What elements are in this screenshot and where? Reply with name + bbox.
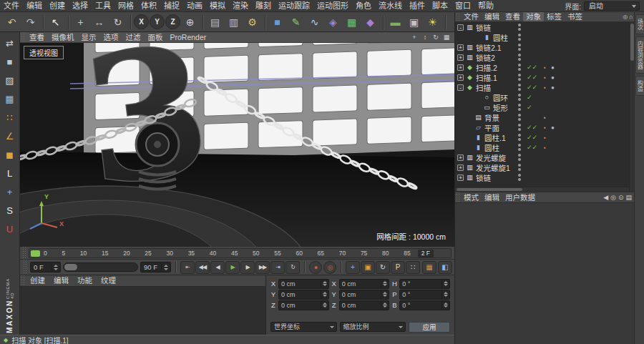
stepper-icon[interactable] [321, 290, 328, 299]
undo-icon[interactable]: ↶ [3, 14, 21, 31]
visibility-dots-icon[interactable] [518, 164, 521, 167]
visibility-dots-icon[interactable] [518, 174, 521, 177]
stepper-icon[interactable] [51, 262, 60, 272]
viewport-menu-item[interactable]: 摄像机 [48, 32, 78, 43]
object-name[interactable]: 扫描.1 [476, 72, 497, 83]
workplane-icon[interactable]: ▦ [1, 90, 19, 107]
playhead[interactable] [31, 250, 40, 257]
enable-check-icons[interactable]: ✓✓ [527, 134, 537, 141]
expand-toggle-icon[interactable]: + [457, 164, 464, 171]
rotate-tool-icon[interactable]: ↻ [109, 14, 127, 31]
visibility-dots-icon[interactable] [518, 134, 521, 137]
expand-toggle-icon[interactable]: - [457, 24, 464, 31]
size-field[interactable]: 0 cm [339, 300, 390, 310]
autokey-button[interactable]: ◎ [323, 261, 336, 274]
subdivision-surface-button[interactable]: ◈ [324, 14, 342, 31]
object-row[interactable]: + ◆ 扫描.2 ✓✓ ▪ ● [455, 62, 635, 72]
prev-frame-button[interactable]: ◀ [210, 261, 225, 274]
convert-object-icon[interactable]: ⇄ [1, 34, 19, 51]
key-position-button[interactable]: + [346, 261, 360, 274]
timeline-range-slider[interactable] [63, 262, 138, 272]
coordinate-system-button[interactable]: ⊕ [181, 14, 199, 31]
visibility-dots-icon[interactable] [518, 54, 521, 56]
object-tag-icon[interactable]: ▪ [544, 124, 546, 131]
redo-icon[interactable]: ↷ [21, 14, 39, 31]
stepper-icon[interactable] [381, 301, 389, 310]
viewport-menu-item[interactable]: 过滤 [122, 32, 145, 43]
menubar-item[interactable]: 选择 [69, 0, 92, 12]
keyframe-palette-button[interactable]: ▦ [422, 261, 436, 274]
prev-key-button[interactable]: ◀◀ [195, 261, 210, 274]
expand-toggle-icon[interactable]: + [457, 154, 464, 161]
object-name[interactable]: 锁链2.1 [476, 42, 502, 53]
object-row[interactable]: ▮ 圆柱 [455, 32, 635, 42]
om-home-icon[interactable]: ⌂ [629, 14, 633, 20]
next-frame-button[interactable]: ▶ [240, 261, 255, 274]
next-key-button[interactable]: ▶▶ [255, 261, 270, 274]
object-name[interactable]: 圆环 [493, 92, 508, 103]
visibility-dots-icon[interactable] [518, 104, 521, 107]
edge-mode-icon[interactable]: ∠ [1, 127, 19, 144]
om-search-icon[interactable]: ◎ [623, 14, 628, 20]
object-row[interactable]: ▮ 圆柱.1 ✓✓ ▪ [455, 132, 635, 142]
enable-axis-icon[interactable]: + [1, 183, 19, 200]
stepper-icon[interactable] [321, 280, 328, 288]
timeline-mode-button[interactable]: ◧ [438, 261, 452, 274]
object-tag-icon[interactable]: ● [551, 84, 555, 91]
object-name[interactable]: 平面 [484, 122, 499, 133]
position-field[interactable]: 0 cm [278, 279, 329, 289]
point-mode-icon[interactable]: ∷ [1, 109, 19, 126]
viewport-pan-icon[interactable]: + [410, 34, 419, 41]
expand-toggle-icon[interactable]: + [457, 44, 464, 51]
snap-icon[interactable]: U [1, 220, 19, 237]
object-row[interactable]: + ▥ 锁链2 [455, 52, 635, 62]
enable-check-icons[interactable]: ✓✓ [527, 144, 537, 151]
history-back-icon[interactable]: ◀ [603, 194, 608, 201]
viewport-menu-item[interactable]: 显示 [78, 32, 100, 43]
object-tag-icon[interactable]: ▪ [544, 114, 546, 121]
key-parameter-button[interactable]: P [391, 261, 405, 274]
key-scale-button[interactable]: ▣ [361, 261, 375, 274]
transfer-mode-dropdown[interactable]: 缩放比例 [340, 322, 406, 332]
menubar-item[interactable]: 动画 [183, 0, 206, 12]
enable-check-icons[interactable]: ✓✓ [527, 64, 537, 71]
expand-toggle-icon[interactable]: + [457, 64, 464, 71]
object-row[interactable]: + ▥ 锁链2.1 [455, 42, 635, 52]
object-name[interactable]: 扫描 [476, 82, 491, 93]
object-name[interactable]: 圆柱.1 [484, 132, 506, 143]
visibility-dots-icon[interactable] [518, 44, 521, 46]
viewport-menu-item[interactable]: 选项 [100, 32, 122, 43]
viewport-menu-item[interactable]: 面板 [145, 32, 167, 43]
menubar-item[interactable]: 窗口 [452, 0, 474, 12]
object-manager-menu-item[interactable]: 书签 [565, 11, 585, 21]
object-tree[interactable]: - ▥ 锁链 ▮ 圆柱 [455, 22, 635, 192]
visibility-dots-icon[interactable] [518, 74, 521, 77]
dock-tab[interactable]: 内容浏览器 [635, 36, 644, 74]
menubar-item[interactable]: 流水线 [375, 0, 406, 12]
render-picture-viewer-button[interactable]: ▥ [225, 14, 243, 31]
object-name[interactable]: 圆柱 [493, 32, 508, 43]
object-row[interactable]: - ▥ 锁链 [455, 22, 635, 32]
object-row[interactable]: - ◆ 扫描 ✓✓ ▪ ● [455, 82, 635, 92]
z-axis-lock-button[interactable]: Z [165, 14, 180, 29]
goto-start-button[interactable]: ⇤ [180, 261, 195, 274]
menubar-item[interactable]: 角色 [352, 0, 375, 12]
panel-grip[interactable] [455, 192, 459, 202]
solo-mode-icon[interactable]: S [1, 202, 19, 219]
menubar-item[interactable]: 文件 [0, 0, 23, 12]
menubar-item[interactable]: 模拟 [206, 0, 229, 12]
object-tag-icon[interactable]: ▪ [544, 144, 546, 151]
lock-icon[interactable]: ⊙ [618, 194, 624, 201]
visibility-dots-icon[interactable] [518, 84, 521, 87]
visibility-dots-icon[interactable] [518, 154, 521, 157]
object-row[interactable]: ▮ 圆柱 ✓✓ ▪ [455, 142, 635, 152]
object-name[interactable]: 锁链 [476, 22, 491, 33]
size-field[interactable]: 0 cm [339, 290, 390, 300]
panel-grip[interactable] [20, 32, 24, 42]
object-name[interactable]: 发光螺旋 [476, 152, 506, 163]
size-field[interactable]: 0 cm [339, 279, 390, 289]
object-manager-menu-item[interactable]: 对象 [523, 11, 544, 21]
play-button[interactable]: ▶ [225, 261, 240, 274]
cube-primitive-button[interactable]: ■ [268, 14, 286, 31]
menubar-item[interactable]: 雕刻 [252, 0, 275, 12]
